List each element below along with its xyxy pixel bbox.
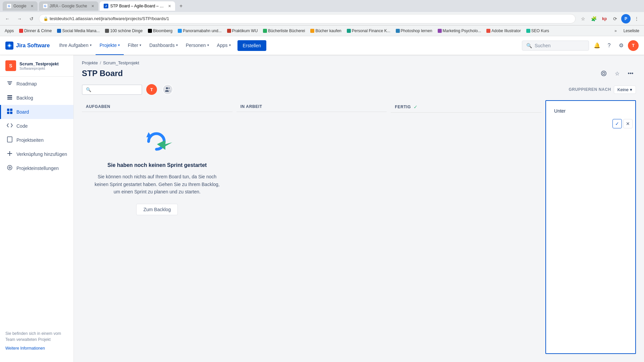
bookmark-buecherliste[interactable]: Bücherliste Bücherei [261, 28, 307, 34]
project-icon-initial: S [9, 63, 12, 68]
nav-filter-label: Filter [128, 43, 138, 48]
nav-item-apps[interactable]: Apps ▾ [213, 36, 235, 55]
tab-close-jira-board[interactable]: ✕ [168, 4, 171, 8]
sidebar-item-backlog[interactable]: Backlog [0, 91, 73, 105]
help-button[interactable]: ? [604, 40, 614, 51]
bookmark-marketing[interactable]: Marketing Psycholo... [436, 28, 483, 34]
column-aufgaben: AUFGABEN [82, 100, 232, 354]
sidebar-backlog-label: Backlog [16, 95, 33, 101]
tab-jira-board[interactable]: J STP Board – Agile-Board – Jira ✕ [100, 1, 175, 11]
notifications-button[interactable]: 🔔 [592, 40, 602, 51]
tab-close-google[interactable]: ✕ [31, 4, 34, 8]
bookmark-100-label: 100 schöne Dinge [110, 28, 143, 33]
board-search[interactable]: 🔍 [82, 84, 142, 95]
bookmark-panorama[interactable]: Panoramabahn und... [176, 28, 223, 34]
reload-button[interactable]: ↺ [27, 14, 36, 23]
address-input[interactable]: 🔒 testdeutsch1.atlassian.net/jira/softwa… [39, 14, 576, 23]
no-sprint-icon [140, 128, 174, 155]
sidebar-footer: Sie befinden sich in einem vom Team verw… [0, 325, 73, 357]
svg-rect-2 [10, 109, 12, 111]
bookmark-buecherliste-label: Bücherliste Bücherei [268, 28, 305, 33]
bookmark-star-icon[interactable]: ☆ [578, 14, 588, 23]
extension2-icon[interactable]: kp [600, 14, 609, 23]
column-title-fertig: FERTIG [395, 105, 411, 109]
bookmark-bloomberg[interactable]: Bloomberg [146, 28, 174, 34]
sidebar-footer-link[interactable]: Weitere Informationen [5, 345, 68, 351]
bookmark-apps[interactable]: Apps [3, 28, 16, 34]
settings-button[interactable]: ⚙ [616, 40, 627, 51]
sidebar-footer-text: Sie befinden sich in einem vom Team verw… [5, 331, 61, 342]
search-placeholder: Suchen [535, 43, 550, 48]
browser-profile-button[interactable]: P [621, 14, 631, 23]
user-avatar[interactable]: T [628, 40, 639, 51]
nav-item-projekte[interactable]: Projekte ▾ [96, 36, 124, 55]
sidebar-item-code[interactable]: Code [0, 119, 73, 133]
reading-list-button[interactable]: Leseliste [622, 28, 641, 34]
project-selector[interactable]: S Scrum_Testprojekt Softwareprojekt [0, 55, 73, 77]
sidebar-item-verknuepfung[interactable]: Verknüpfung hinzufügen [0, 147, 73, 161]
nav-aufgaben-label: Ihre Aufgaben [59, 43, 88, 48]
sidebar-nav: Roadmap Backlog Board [0, 77, 73, 325]
go-to-backlog-button[interactable]: Zum Backlog [136, 204, 178, 215]
bookmark-100[interactable]: 100 schöne Dinge [103, 28, 145, 34]
new-tab-button[interactable]: + [176, 1, 186, 11]
sidebar-roadmap-label: Roadmap [16, 81, 37, 86]
breadcrumb-root-link[interactable]: Projekte [82, 60, 98, 65]
board-settings-icon-btn[interactable] [598, 68, 609, 79]
bookmark-social[interactable]: Social Media Mana... [55, 28, 102, 34]
board-title: STP Board [82, 69, 123, 78]
tab-jira-search[interactable]: G JIRA - Google Suche ✕ [39, 1, 98, 11]
column-title-aufgaben: AUFGABEN [86, 104, 110, 109]
column-header-aufgaben: AUFGABEN [82, 100, 232, 112]
menu-icon[interactable]: ⋮ [632, 14, 641, 23]
back-button[interactable]: ← [3, 14, 12, 23]
tab-google[interactable]: G Google ✕ [3, 1, 38, 11]
extension-icon[interactable]: 🧩 [589, 14, 598, 23]
sidebar-item-projektseiten[interactable]: Projektseiten [0, 133, 73, 147]
column-body-in-arbeit [236, 112, 387, 354]
new-column-cancel-button[interactable]: ✕ [623, 119, 633, 128]
nav-projekte-chevron: ▾ [118, 43, 120, 47]
jira-logo[interactable]: Jira Software [5, 42, 50, 50]
sidebar-item-roadmap[interactable]: Roadmap [0, 77, 73, 91]
bookmarks-overflow-button[interactable]: » [612, 28, 619, 34]
column-header-fertig: FERTIG ✓ [391, 100, 541, 113]
new-column-editor: ✓ ✕ [545, 100, 636, 354]
bookmark-buecher-kaufen[interactable]: Bücher kaufen [308, 28, 343, 34]
nav-item-filter[interactable]: Filter ▾ [124, 36, 145, 55]
global-search[interactable]: 🔍 Suchen [522, 41, 589, 51]
search-icon: 🔍 [86, 87, 91, 92]
new-column-input[interactable] [550, 104, 631, 118]
no-sprint-description: Sie können noch nichts auf Ihrem Board t… [91, 173, 223, 195]
new-column-confirm-button[interactable]: ✓ [612, 119, 622, 128]
bookmark-dinner[interactable]: Dinner & Crime [17, 28, 54, 34]
group-by-select[interactable]: Keine ▾ [614, 85, 636, 94]
bookmark-adobe-label: Adobe Illustrator [491, 28, 521, 33]
breadcrumb-separator: / [100, 60, 101, 65]
column-body-aufgaben: Sie haben noch keinen Sprint gestartet S… [82, 112, 232, 354]
avatar-filter-t[interactable]: T [146, 84, 157, 95]
board-more-icon-btn[interactable]: ••• [625, 68, 636, 79]
nav-item-dashboards[interactable]: Dashboards ▾ [145, 36, 182, 55]
tab-label-jira-board: STP Board – Agile-Board – Jira [110, 4, 164, 8]
project-icon: S [5, 60, 16, 71]
sidebar-item-einstellungen[interactable]: Projekteinstellungen [0, 161, 73, 175]
tab-close-jira-search[interactable]: ✕ [91, 4, 94, 8]
board-search-input[interactable] [93, 87, 138, 92]
breadcrumb-project-link[interactable]: Scrum_Testprojekt [103, 60, 139, 65]
bookmark-praktikum[interactable]: Praktikum WU [225, 28, 260, 34]
create-button[interactable]: Erstellen [237, 40, 266, 51]
profile-initial: P [625, 16, 627, 21]
bookmark-adobe[interactable]: Adobe Illustrator [484, 28, 523, 34]
sidebar-item-board[interactable]: Board [0, 105, 73, 119]
bookmark-personal[interactable]: Personal Finance K... [345, 28, 392, 34]
sync-icon[interactable]: ⟳ [610, 14, 620, 23]
bookmark-seo[interactable]: SEO Kurs [524, 28, 551, 34]
bookmark-photoshop[interactable]: Photoshop lernen [394, 28, 434, 34]
board-star-icon-btn[interactable]: ☆ [612, 68, 623, 79]
nav-item-aufgaben[interactable]: Ihre Aufgaben ▾ [55, 36, 95, 55]
nav-item-personen[interactable]: Personen ▾ [182, 36, 213, 55]
avatar-group-button[interactable] [162, 84, 173, 95]
forward-button[interactable]: → [15, 14, 24, 23]
nav-personen-label: Personen [186, 43, 206, 48]
